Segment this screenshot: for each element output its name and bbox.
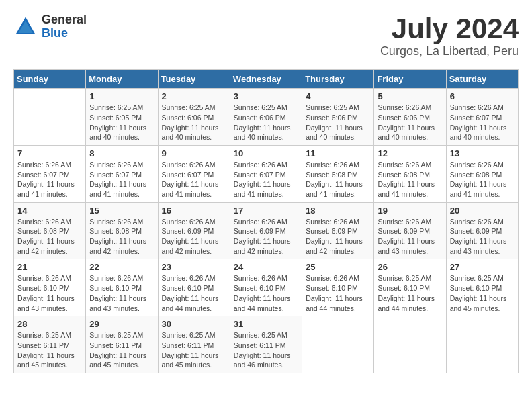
header-day-monday: Monday: [86, 70, 158, 89]
day-number: 25: [306, 262, 370, 272]
header-day-wednesday: Wednesday: [230, 70, 302, 89]
day-number: 8: [89, 148, 154, 158]
day-info: Sunrise: 6:25 AM Sunset: 6:11 PM Dayligh…: [17, 330, 82, 370]
calendar-cell: 23Sunrise: 6:26 AM Sunset: 6:10 PM Dayli…: [158, 259, 230, 316]
day-info: Sunrise: 6:26 AM Sunset: 6:07 PM Dayligh…: [89, 160, 154, 199]
calendar-cell: 10Sunrise: 6:26 AM Sunset: 6:07 PM Dayli…: [230, 145, 302, 202]
day-number: 4: [306, 91, 370, 101]
calendar-cell: 9Sunrise: 6:26 AM Sunset: 6:07 PM Daylig…: [158, 145, 230, 202]
calendar-cell: 16Sunrise: 6:26 AM Sunset: 6:09 PM Dayli…: [158, 202, 230, 259]
day-info: Sunrise: 6:26 AM Sunset: 6:09 PM Dayligh…: [378, 217, 442, 257]
day-number: 6: [450, 91, 515, 101]
header: General Blue July 2024 Curgos, La Libert…: [13, 13, 519, 58]
day-number: 23: [162, 262, 226, 272]
day-info: Sunrise: 6:25 AM Sunset: 6:10 PM Dayligh…: [450, 273, 515, 313]
day-info: Sunrise: 6:25 AM Sunset: 6:06 PM Dayligh…: [234, 103, 298, 142]
calendar-cell: 22Sunrise: 6:26 AM Sunset: 6:10 PM Dayli…: [86, 259, 158, 316]
day-info: Sunrise: 6:25 AM Sunset: 6:05 PM Dayligh…: [89, 103, 154, 142]
header-day-friday: Friday: [374, 70, 446, 89]
calendar-header-row: SundayMondayTuesdayWednesdayThursdayFrid…: [14, 70, 519, 89]
calendar-cell: 24Sunrise: 6:26 AM Sunset: 6:10 PM Dayli…: [230, 259, 302, 316]
day-info: Sunrise: 6:26 AM Sunset: 6:09 PM Dayligh…: [234, 217, 298, 257]
calendar-cell: 2Sunrise: 6:25 AM Sunset: 6:06 PM Daylig…: [158, 89, 230, 146]
day-info: Sunrise: 6:26 AM Sunset: 6:07 PM Dayligh…: [17, 160, 82, 199]
day-number: 24: [234, 262, 298, 272]
day-number: 26: [378, 262, 442, 272]
calendar-cell: 19Sunrise: 6:26 AM Sunset: 6:09 PM Dayli…: [374, 202, 446, 259]
day-info: Sunrise: 6:26 AM Sunset: 6:10 PM Dayligh…: [162, 273, 226, 313]
calendar-cell: 29Sunrise: 6:25 AM Sunset: 6:11 PM Dayli…: [86, 316, 158, 373]
calendar-cell: 20Sunrise: 6:26 AM Sunset: 6:09 PM Dayli…: [446, 202, 518, 259]
calendar-cell: 12Sunrise: 6:26 AM Sunset: 6:08 PM Dayli…: [374, 145, 446, 202]
day-number: 2: [162, 91, 226, 101]
calendar-cell: 13Sunrise: 6:26 AM Sunset: 6:08 PM Dayli…: [446, 145, 518, 202]
day-number: 16: [162, 205, 226, 216]
calendar-cell: 25Sunrise: 6:26 AM Sunset: 6:10 PM Dayli…: [302, 259, 374, 316]
day-info: Sunrise: 6:26 AM Sunset: 6:08 PM Dayligh…: [306, 160, 370, 199]
calendar-cell: [446, 316, 518, 373]
day-number: 21: [17, 262, 82, 272]
logo-icon: [13, 15, 38, 39]
logo-general: General: [42, 13, 87, 27]
day-number: 30: [162, 319, 226, 329]
day-info: Sunrise: 6:26 AM Sunset: 6:09 PM Dayligh…: [450, 217, 515, 257]
calendar-cell: [14, 89, 86, 146]
day-info: Sunrise: 6:26 AM Sunset: 6:07 PM Dayligh…: [450, 103, 515, 142]
day-info: Sunrise: 6:26 AM Sunset: 6:07 PM Dayligh…: [234, 160, 298, 199]
day-info: Sunrise: 6:25 AM Sunset: 6:06 PM Dayligh…: [306, 103, 370, 142]
logo-blue: Blue: [42, 27, 87, 40]
calendar-cell: [302, 316, 374, 373]
day-info: Sunrise: 6:26 AM Sunset: 6:08 PM Dayligh…: [17, 217, 82, 257]
day-number: 31: [234, 319, 298, 329]
calendar-cell: 6Sunrise: 6:26 AM Sunset: 6:07 PM Daylig…: [446, 89, 518, 146]
calendar-cell: 14Sunrise: 6:26 AM Sunset: 6:08 PM Dayli…: [14, 202, 86, 259]
calendar-week-4: 21Sunrise: 6:26 AM Sunset: 6:10 PM Dayli…: [14, 259, 519, 316]
day-info: Sunrise: 6:26 AM Sunset: 6:10 PM Dayligh…: [89, 273, 154, 313]
calendar-week-5: 28Sunrise: 6:25 AM Sunset: 6:11 PM Dayli…: [14, 316, 519, 373]
calendar-cell: 31Sunrise: 6:25 AM Sunset: 6:11 PM Dayli…: [230, 316, 302, 373]
calendar-week-3: 14Sunrise: 6:26 AM Sunset: 6:08 PM Dayli…: [14, 202, 519, 259]
calendar-cell: 30Sunrise: 6:25 AM Sunset: 6:11 PM Dayli…: [158, 316, 230, 373]
calendar-cell: 18Sunrise: 6:26 AM Sunset: 6:09 PM Dayli…: [302, 202, 374, 259]
logo-text: General Blue: [42, 13, 87, 40]
calendar-cell: 26Sunrise: 6:25 AM Sunset: 6:10 PM Dayli…: [374, 259, 446, 316]
day-number: 29: [89, 319, 154, 329]
calendar-cell: 1Sunrise: 6:25 AM Sunset: 6:05 PM Daylig…: [86, 89, 158, 146]
calendar-cell: 5Sunrise: 6:26 AM Sunset: 6:06 PM Daylig…: [374, 89, 446, 146]
calendar-cell: 21Sunrise: 6:26 AM Sunset: 6:10 PM Dayli…: [14, 259, 86, 316]
calendar-cell: 27Sunrise: 6:25 AM Sunset: 6:10 PM Dayli…: [446, 259, 518, 316]
calendar-cell: 17Sunrise: 6:26 AM Sunset: 6:09 PM Dayli…: [230, 202, 302, 259]
day-number: 13: [450, 148, 515, 158]
calendar-body: 1Sunrise: 6:25 AM Sunset: 6:05 PM Daylig…: [14, 89, 519, 373]
calendar-cell: 4Sunrise: 6:25 AM Sunset: 6:06 PM Daylig…: [302, 89, 374, 146]
header-day-saturday: Saturday: [446, 70, 518, 89]
day-number: 18: [306, 205, 370, 216]
day-number: 15: [89, 205, 154, 216]
day-info: Sunrise: 6:25 AM Sunset: 6:06 PM Dayligh…: [162, 103, 226, 142]
day-number: 3: [234, 91, 298, 101]
calendar-table: SundayMondayTuesdayWednesdayThursdayFrid…: [13, 69, 519, 373]
header-day-sunday: Sunday: [14, 70, 86, 89]
day-number: 10: [234, 148, 298, 158]
day-number: 1: [89, 91, 154, 101]
day-number: 27: [450, 262, 515, 272]
calendar-week-2: 7Sunrise: 6:26 AM Sunset: 6:07 PM Daylig…: [14, 145, 519, 202]
day-number: 12: [378, 148, 442, 158]
day-info: Sunrise: 6:26 AM Sunset: 6:08 PM Dayligh…: [450, 160, 515, 199]
header-day-thursday: Thursday: [302, 70, 374, 89]
calendar-cell: 28Sunrise: 6:25 AM Sunset: 6:11 PM Dayli…: [14, 316, 86, 373]
day-info: Sunrise: 6:26 AM Sunset: 6:08 PM Dayligh…: [89, 217, 154, 257]
day-number: 11: [306, 148, 370, 158]
day-number: 19: [378, 205, 442, 216]
day-number: 22: [89, 262, 154, 272]
day-info: Sunrise: 6:26 AM Sunset: 6:06 PM Dayligh…: [378, 103, 442, 142]
day-number: 14: [17, 205, 82, 216]
calendar-cell: [374, 316, 446, 373]
title-area: July 2024 Curgos, La Libertad, Peru: [380, 13, 519, 58]
day-info: Sunrise: 6:26 AM Sunset: 6:10 PM Dayligh…: [234, 273, 298, 313]
calendar-cell: 15Sunrise: 6:26 AM Sunset: 6:08 PM Dayli…: [86, 202, 158, 259]
logo: General Blue: [13, 13, 87, 40]
day-number: 7: [17, 148, 82, 158]
day-info: Sunrise: 6:26 AM Sunset: 6:10 PM Dayligh…: [17, 273, 82, 313]
day-info: Sunrise: 6:26 AM Sunset: 6:09 PM Dayligh…: [162, 217, 226, 257]
